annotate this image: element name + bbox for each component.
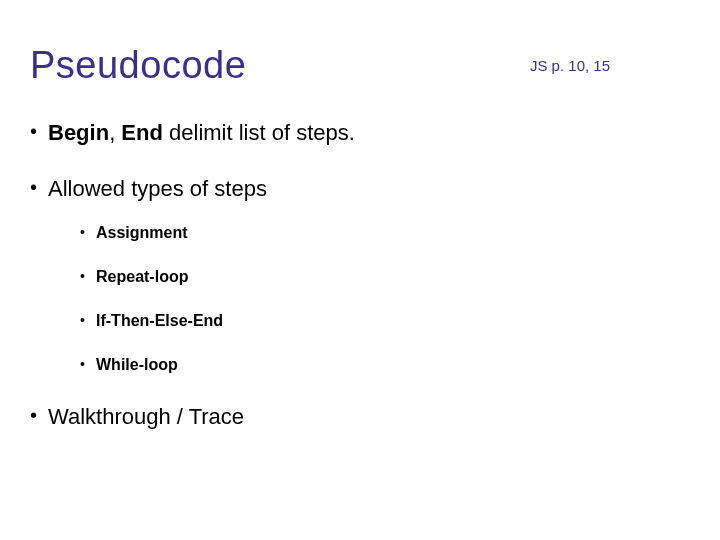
bullet-item: Begin, End delimit list of steps.	[30, 120, 690, 146]
slide-body: Begin, End delimit list of steps. Allowe…	[30, 120, 690, 460]
bullet-text: End	[121, 120, 163, 145]
slide: Pseudocode JS p. 10, 15 Begin, End delim…	[0, 0, 720, 540]
slide-title: Pseudocode	[30, 44, 246, 87]
sub-bullet-item: While-loop	[80, 356, 690, 374]
header-row: Pseudocode JS p. 10, 15	[30, 44, 690, 87]
bullet-text: Walkthrough / Trace	[48, 404, 244, 429]
sub-bullet-item: Assignment	[80, 224, 690, 242]
bullet-list: Begin, End delimit list of steps. Allowe…	[30, 120, 690, 430]
sub-bullet-list: Assignment Repeat-loop If-Then-Else-End …	[80, 224, 690, 374]
bullet-item: Walkthrough / Trace	[30, 404, 690, 430]
bullet-item: Allowed types of steps Assignment Repeat…	[30, 176, 690, 374]
bullet-text: ,	[109, 120, 121, 145]
slide-reference: JS p. 10, 15	[530, 57, 610, 74]
bullet-text: Begin	[48, 120, 109, 145]
bullet-text: delimit list of steps.	[163, 120, 355, 145]
sub-bullet-item: Repeat-loop	[80, 268, 690, 286]
bullet-text: Allowed types of steps	[48, 176, 267, 201]
sub-bullet-item: If-Then-Else-End	[80, 312, 690, 330]
